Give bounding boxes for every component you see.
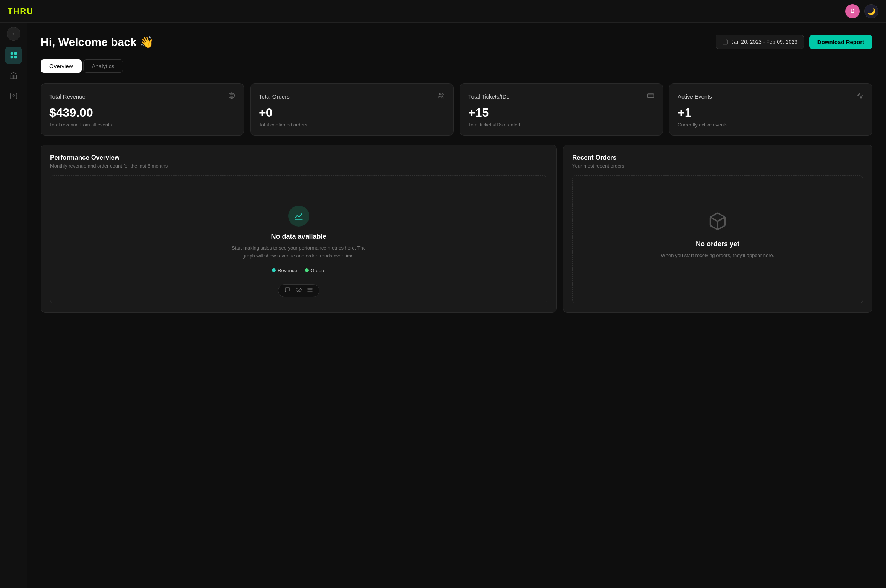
- calendar-icon: [722, 39, 728, 45]
- eye-toolbar-icon[interactable]: [296, 287, 302, 294]
- tabs-row: Overview Analytics: [41, 59, 872, 73]
- users-icon: [437, 92, 445, 101]
- orders-empty-title: No orders yet: [696, 240, 739, 248]
- performance-empty-title: No data available: [271, 233, 326, 241]
- svg-rect-3: [14, 56, 16, 58]
- stat-value-orders: +0: [259, 106, 445, 120]
- layout: › ? Hi, Welcome back: [0, 23, 886, 588]
- svg-point-8: [439, 93, 441, 95]
- stat-card-active-events: Active Events +1 Currently active events: [669, 83, 872, 136]
- stat-value-tickets: +15: [468, 106, 654, 120]
- stat-value-events: +1: [678, 106, 864, 120]
- orders-title: Recent Orders: [572, 154, 863, 161]
- svg-rect-10: [648, 94, 654, 98]
- stat-label-events: Active Events: [678, 93, 712, 100]
- stat-card-total-orders: Total Orders +0 Total confirmed orders: [250, 83, 454, 136]
- help-icon: ?: [9, 92, 18, 100]
- bank-icon: [9, 72, 18, 80]
- legend-orders: Orders: [305, 268, 325, 273]
- user-avatar[interactable]: D: [845, 4, 860, 18]
- stat-desc-revenue: Total revenue from all events: [49, 122, 235, 128]
- main-content: Hi, Welcome back 👋 Jan 20, 2023 - Feb 09…: [27, 23, 886, 588]
- chat-toolbar-icon[interactable]: [284, 287, 290, 294]
- logo: THRU: [8, 6, 34, 16]
- legend-dot-orders: [305, 268, 309, 272]
- svg-rect-2: [10, 56, 12, 58]
- tab-analytics[interactable]: Analytics: [83, 59, 123, 73]
- performance-title: Performance Overview: [50, 154, 547, 161]
- sidebar-item-dashboard[interactable]: [5, 47, 22, 64]
- stat-desc-tickets: Total tickets/IDs created: [468, 122, 654, 128]
- stat-label-revenue: Total Revenue: [49, 93, 86, 100]
- header-actions: Jan 20, 2023 - Feb 09, 2023 Download Rep…: [716, 35, 872, 49]
- recent-orders-panel: Recent Orders Your most recent orders No…: [563, 145, 872, 313]
- stat-desc-orders: Total confirmed orders: [259, 122, 445, 128]
- orders-empty-area: No orders yet When you start receiving o…: [572, 175, 863, 303]
- chart-legend: Revenue Orders: [272, 268, 325, 273]
- stat-desc-events: Currently active events: [678, 122, 864, 128]
- sidebar-toggle-button[interactable]: ›: [7, 27, 20, 41]
- sidebar-item-bank[interactable]: [5, 67, 22, 84]
- legend-dot-revenue: [272, 268, 276, 272]
- stat-card-header-tickets: Total Tickets/IDs: [468, 92, 654, 101]
- dashboard-icon: [9, 51, 18, 59]
- svg-point-11: [298, 289, 299, 291]
- performance-panel: Performance Overview Monthly revenue and…: [41, 145, 557, 313]
- stat-card-total-revenue: Total Revenue $439.00 Total revenue from…: [41, 83, 244, 136]
- performance-subtitle: Monthly revenue and order count for the …: [50, 163, 547, 169]
- bottom-panels: Performance Overview Monthly revenue and…: [41, 145, 872, 313]
- header-row: Hi, Welcome back 👋 Jan 20, 2023 - Feb 09…: [41, 35, 872, 49]
- svg-point-9: [442, 94, 443, 95]
- activity-icon: [856, 92, 864, 101]
- performance-empty-desc: Start making sales to see your performan…: [227, 244, 370, 260]
- topnav: THRU D 🌙: [0, 0, 886, 23]
- orders-subtitle: Your most recent orders: [572, 163, 863, 169]
- stat-card-total-tickets: Total Tickets/IDs +15 Total tickets/IDs …: [460, 83, 663, 136]
- download-report-button[interactable]: Download Report: [809, 35, 872, 49]
- svg-rect-1: [14, 52, 16, 55]
- welcome-heading: Hi, Welcome back 👋: [41, 35, 154, 49]
- box-icon: [708, 212, 727, 235]
- card-icon: [647, 92, 654, 101]
- dollar-icon: [228, 92, 235, 101]
- stat-cards-grid: Total Revenue $439.00 Total revenue from…: [41, 83, 872, 136]
- svg-rect-0: [10, 52, 12, 55]
- orders-empty-desc: When you start receiving orders, they'll…: [661, 252, 774, 260]
- svg-text:?: ?: [12, 94, 15, 98]
- stat-card-header-events: Active Events: [678, 92, 864, 101]
- svg-rect-6: [723, 40, 727, 44]
- stat-card-header: Total Revenue: [49, 92, 235, 101]
- chart-toolbar: [278, 284, 319, 297]
- sidebar: › ?: [0, 23, 27, 588]
- line-chart-icon: [294, 211, 304, 221]
- stat-label-tickets: Total Tickets/IDs: [468, 93, 509, 100]
- tab-overview[interactable]: Overview: [41, 59, 82, 73]
- stat-label-orders: Total Orders: [259, 93, 290, 100]
- theme-toggle-button[interactable]: 🌙: [864, 4, 878, 18]
- date-range-picker[interactable]: Jan 20, 2023 - Feb 09, 2023: [716, 35, 804, 49]
- sidebar-item-help[interactable]: ?: [5, 87, 22, 105]
- stat-value-revenue: $439.00: [49, 106, 235, 120]
- chart-empty-icon: [288, 206, 309, 227]
- legend-revenue: Revenue: [272, 268, 297, 273]
- stat-card-header-orders: Total Orders: [259, 92, 445, 101]
- performance-chart-area: No data available Start making sales to …: [50, 175, 547, 303]
- menu-toolbar-icon[interactable]: [307, 287, 313, 294]
- topnav-right: D 🌙: [845, 4, 878, 18]
